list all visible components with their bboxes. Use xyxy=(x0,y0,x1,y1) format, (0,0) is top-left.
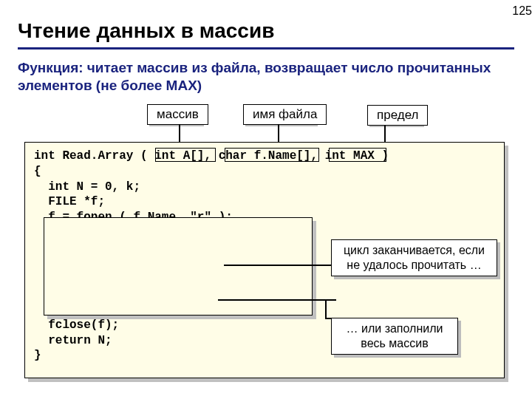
annotation-arrow xyxy=(218,299,336,301)
annotation-arrow xyxy=(325,299,327,318)
page-title: Чтение данных в массив xyxy=(18,19,274,43)
label-array: массив xyxy=(147,104,208,125)
label-limit: предел xyxy=(367,105,428,126)
title-divider xyxy=(18,47,514,50)
label-filename: имя файла xyxy=(243,104,327,125)
note-array-full: … или заполнили весь массив xyxy=(331,318,458,355)
annotation-arrow xyxy=(224,265,331,266)
page-number: 125 xyxy=(512,4,532,18)
note-loop-end: цикл заканчивается, если не удалось проч… xyxy=(331,239,497,276)
subtitle: Функция: читает массив из файла, возвращ… xyxy=(18,59,514,95)
loop-block-highlight xyxy=(44,217,313,316)
